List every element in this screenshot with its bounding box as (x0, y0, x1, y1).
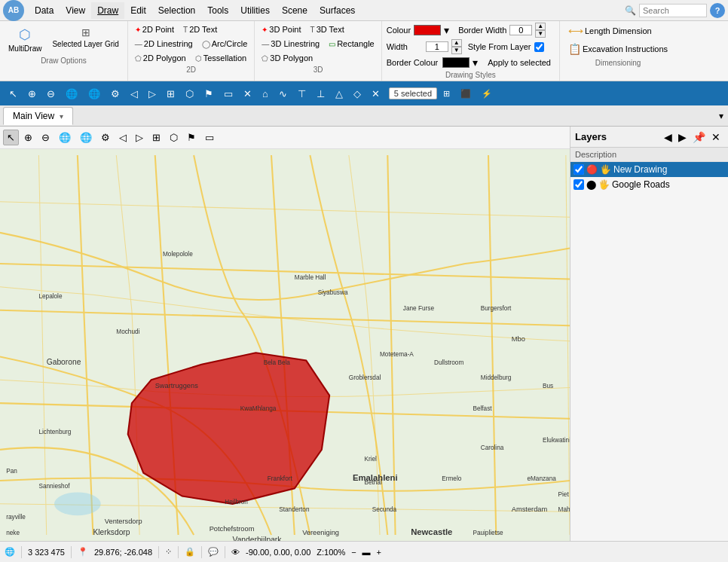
3d-text-button[interactable]: T 3D Text (307, 23, 348, 36)
menu-draw[interactable]: Draw (91, 2, 124, 19)
layers-panel: Layers ◀ ▶ 📌 ✕ Description 🔴 🖐 New Drawi… (570, 127, 728, 541)
svg-text:Bus: Bus (543, 383, 553, 389)
colour-dropdown-icon[interactable]: ▾ (444, 24, 449, 36)
tab-dropdown-icon[interactable]: ▾ (714, 109, 728, 123)
grid-button[interactable]: ⊞ (162, 85, 179, 102)
dimensioning-label: Dimensioning (564, 59, 671, 67)
next-button[interactable]: ▷ (144, 85, 161, 102)
border-width-input[interactable] (509, 25, 532, 35)
snap-button-6[interactable]: △ (331, 85, 347, 102)
snap-button-3[interactable]: ∿ (274, 85, 292, 102)
3d-polygon-button[interactable]: ⬠ 3D Polygon (258, 51, 317, 65)
svg-text:Kriel: Kriel (364, 456, 377, 463)
snap-button-7[interactable]: ◇ (349, 85, 366, 102)
rect-button[interactable]: ▭ (219, 85, 237, 102)
layers-back-button[interactable]: ◀ (661, 130, 675, 145)
arrow-tool-button[interactable]: ↖ (5, 85, 22, 102)
style-from-layer-checkbox[interactable] (534, 42, 544, 52)
menu-surfaces[interactable]: Surfaces (314, 2, 361, 19)
menu-utilities[interactable]: Utilities (234, 2, 276, 19)
map-arrow-button[interactable]: ↖ (3, 130, 19, 145)
2d-point-button[interactable]: ✦ 2D Point (131, 23, 178, 36)
snap-button-2[interactable]: ⌂ (258, 85, 273, 102)
map-globe1-button[interactable]: 🌐 (55, 130, 75, 145)
3d-linestring-button[interactable]: — 3D Linestring (258, 37, 323, 50)
select-extra-button[interactable]: ⬛ (456, 86, 476, 102)
layer-checkbox-2[interactable] (574, 179, 584, 190)
snap-button-1[interactable]: ✕ (239, 85, 256, 102)
map-container[interactable]: Gaborone Klerksdorp Emalahleni Newcastle… (0, 149, 570, 541)
layers-close-button[interactable]: ✕ (708, 130, 723, 145)
border-colour-swatch[interactable] (442, 57, 470, 68)
layers-pin-button[interactable]: 📌 (690, 130, 708, 145)
globe-button-2[interactable]: 🌐 (84, 85, 105, 102)
zoom-minus-button[interactable]: − (351, 548, 356, 557)
selected-layer-grid-button[interactable]: ⊞ Selected Layer Grid (48, 24, 122, 55)
excavation-instructions-button[interactable]: 📋 Excavation Instructions (564, 41, 671, 57)
menu-scene[interactable]: Scene (276, 2, 314, 19)
hex-button[interactable]: ⬡ (181, 85, 198, 102)
map-globe2-button[interactable]: 🌐 (76, 130, 96, 145)
search-input[interactable] (639, 4, 707, 17)
svg-text:neke: neke (6, 530, 20, 536)
settings-button[interactable]: ⚙ (106, 85, 124, 102)
width-spinner[interactable]: ▲ ▼ (451, 39, 462, 54)
arc-circle-button[interactable]: ◯ Arc/Circle (198, 37, 252, 50)
zoom-out-button[interactable]: ⊖ (42, 85, 60, 102)
border-colour-dropdown-icon[interactable]: ▾ (473, 57, 478, 69)
snap-button-4[interactable]: ⊤ (293, 85, 310, 102)
tab-close-icon[interactable]: ▾ (60, 112, 63, 121)
map-flag-button[interactable]: ⚑ (183, 130, 200, 145)
width-input[interactable] (426, 41, 448, 52)
map-next-button[interactable]: ▷ (132, 130, 147, 145)
snap-button-5[interactable]: ⊥ (312, 85, 329, 102)
svg-text:Frankfort: Frankfort (268, 475, 293, 482)
svg-text:rayville: rayville (6, 514, 26, 521)
map-zoom-out-button[interactable]: ⊖ (38, 130, 54, 145)
layer-row[interactable]: ⬤ 🖐 Google Roads (570, 177, 728, 192)
zoom-in-button[interactable]: ⊕ (23, 85, 41, 102)
map-prev-button[interactable]: ◁ (115, 130, 130, 145)
tab-main-view[interactable]: Main View ▾ (3, 107, 73, 125)
svg-text:eManzana: eManzana (527, 475, 556, 482)
map-grid-button[interactable]: ⊞ (148, 130, 164, 145)
colour-swatch[interactable] (414, 25, 441, 35)
prev-button[interactable]: ◁ (126, 85, 142, 102)
select-action-button[interactable]: ⚡ (477, 86, 497, 102)
map-settings-button[interactable]: ⚙ (97, 130, 114, 145)
menu-view[interactable]: View (60, 2, 91, 19)
length-dimension-button[interactable]: ⟷ Length Dimension (564, 23, 671, 39)
rectangle-button[interactable]: ▭ Rectangle (325, 37, 378, 50)
selection-count-badge: 5 selected (389, 87, 437, 99)
3d-point-button[interactable]: ✦ 3D Point (258, 23, 304, 36)
menu-tools[interactable]: Tools (201, 2, 234, 19)
help-button[interactable]: ? (710, 3, 725, 18)
select-extend-button[interactable]: ⊞ (439, 86, 454, 102)
delete-button[interactable]: ✕ (367, 85, 384, 102)
border-width-spinner[interactable]: ▲ ▼ (535, 23, 546, 38)
layer-row[interactable]: 🔴 🖐 New Drawing (570, 162, 728, 177)
menu-selection[interactable]: Selection (152, 2, 201, 19)
map-zoom-in-button[interactable]: ⊕ (20, 130, 36, 145)
multiDraw-button[interactable]: ⬡ MultiDraw (5, 24, 45, 55)
map-rect-button[interactable]: ▭ (201, 130, 218, 145)
2d-linestring-button[interactable]: — 2D Linestring (131, 37, 197, 50)
svg-text:Amsterdam: Amsterdam (512, 505, 548, 513)
layers-forward-button[interactable]: ▶ (675, 130, 690, 145)
2d-polygon-button[interactable]: ⬠ 2D Polygon (131, 51, 190, 65)
layer-checkbox-1[interactable] (574, 164, 584, 175)
svg-text:Mochudi: Mochudi (116, 328, 139, 335)
flag-button[interactable]: ⚑ (200, 85, 218, 102)
menu-edit[interactable]: Edit (124, 2, 152, 19)
tessellation-button[interactable]: ⬡ Tessellation (191, 51, 250, 65)
svg-text:Secunda: Secunda (372, 506, 397, 513)
view-angles-display: -90.00, 0.00, 0.00 (246, 548, 310, 557)
globe-button-1[interactable]: 🌐 (61, 85, 82, 102)
2d-text-button[interactable]: T 2D Text (179, 23, 221, 36)
svg-text:Middelburg: Middelburg (481, 374, 512, 381)
map-layers-button[interactable]: ⬡ (166, 130, 182, 145)
menu-data[interactable]: Data (29, 2, 60, 19)
style-from-layer-label: Style From Layer (468, 42, 531, 51)
zoom-plus-button[interactable]: + (377, 548, 381, 557)
apply-to-selected-button[interactable]: Apply to selected (484, 56, 555, 69)
